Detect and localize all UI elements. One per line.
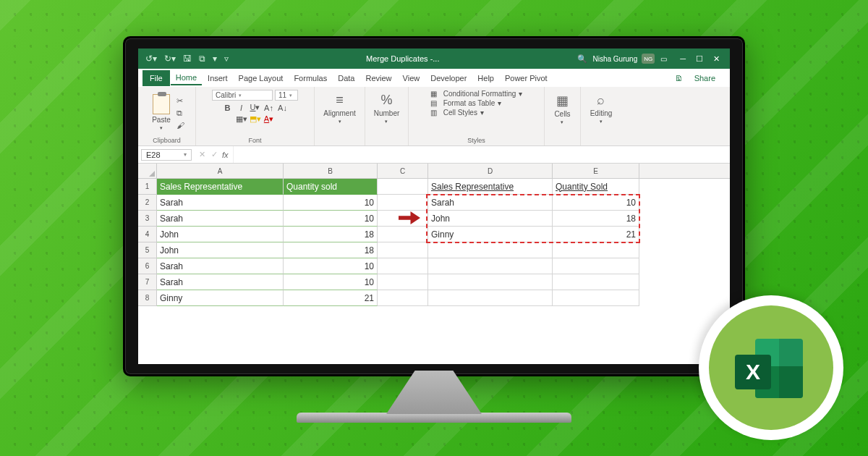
border-button[interactable]: ▦▾ — [236, 114, 247, 124]
share-button[interactable]: 🖻 Share — [665, 72, 726, 85]
cell[interactable]: 10 — [284, 211, 378, 227]
fx-icon[interactable]: fx — [222, 151, 233, 159]
conditional-formatting-button[interactable]: ▦Conditional Formatting ▾ — [430, 90, 523, 98]
row-header[interactable]: 4 — [138, 227, 157, 242]
tab-view[interactable]: View — [398, 72, 425, 85]
cell[interactable]: Quantity sold — [284, 179, 378, 195]
cell[interactable] — [378, 179, 428, 195]
italic-button[interactable]: I — [236, 104, 247, 112]
font-color-button[interactable]: A▾ — [263, 114, 275, 124]
cell[interactable]: John — [157, 227, 284, 242]
tab-file[interactable]: File — [142, 70, 170, 86]
decrease-font-icon[interactable]: A↓ — [277, 104, 289, 112]
row-header[interactable]: 5 — [138, 242, 157, 258]
cell[interactable]: John — [157, 242, 284, 258]
increase-font-icon[interactable]: A↑ — [263, 104, 275, 112]
touch-icon[interactable]: ⧉ — [199, 54, 205, 64]
cell[interactable] — [553, 258, 639, 274]
cell[interactable] — [378, 274, 428, 290]
cell[interactable]: Sarah — [157, 274, 284, 290]
tab-power-pivot[interactable]: Power Pivot — [500, 72, 553, 85]
cell[interactable]: 21 — [553, 227, 639, 242]
search-icon[interactable]: 🔍 — [577, 54, 587, 64]
row-header[interactable]: 8 — [138, 290, 157, 306]
close-button[interactable]: ✕ — [713, 54, 720, 64]
cell[interactable]: 18 — [284, 227, 378, 242]
cell[interactable]: Sarah — [428, 195, 553, 211]
cell[interactable]: Sales Representative — [157, 179, 284, 195]
save-icon[interactable]: 🖫 — [183, 54, 192, 64]
spreadsheet-grid[interactable]: A B C D E 1Sales RepresentativeQuantity … — [138, 164, 730, 364]
cell[interactable] — [553, 274, 639, 290]
tab-help[interactable]: Help — [472, 72, 499, 85]
cell[interactable]: 10 — [284, 258, 378, 274]
cell[interactable]: 21 — [284, 290, 378, 306]
col-header[interactable]: C — [378, 164, 428, 178]
number-button[interactable]: %Number▾ — [371, 90, 403, 127]
format-painter-icon[interactable]: 🖌 — [176, 121, 184, 130]
undo-icon[interactable]: ↺▾ — [145, 54, 157, 64]
tab-formulas[interactable]: Formulas — [289, 72, 332, 85]
cell[interactable]: Sarah — [157, 258, 284, 274]
cut-icon[interactable]: ✂ — [176, 96, 184, 106]
cell[interactable] — [428, 274, 553, 290]
underline-button[interactable]: U▾ — [250, 103, 261, 112]
cell[interactable] — [378, 258, 428, 274]
cell[interactable] — [428, 242, 553, 258]
cancel-fx-icon[interactable]: ✕ — [199, 150, 205, 159]
format-as-table-button[interactable]: ▤Format as Table ▾ — [430, 99, 523, 107]
cell[interactable] — [428, 290, 553, 306]
cell[interactable]: 18 — [553, 211, 639, 227]
cell[interactable] — [553, 242, 639, 258]
minimize-button[interactable]: ─ — [680, 54, 686, 64]
name-box[interactable]: E28 — [141, 149, 192, 161]
cell[interactable] — [378, 290, 428, 306]
font-name-select[interactable]: Calibri — [212, 90, 273, 101]
cell[interactable]: Sales Representative — [428, 179, 553, 195]
row-header[interactable]: 3 — [138, 211, 157, 227]
cell[interactable]: Sarah — [157, 195, 284, 211]
cell[interactable] — [378, 195, 428, 211]
col-header[interactable]: A — [157, 164, 284, 178]
redo-icon[interactable]: ↻▾ — [164, 54, 176, 64]
tab-data[interactable]: Data — [333, 72, 359, 85]
account[interactable]: Nisha Gurung NG — [593, 54, 655, 64]
col-header[interactable]: E — [553, 164, 639, 178]
tab-page-layout[interactable]: Page Layout — [234, 72, 289, 85]
cell[interactable] — [553, 290, 639, 306]
cell[interactable] — [378, 242, 428, 258]
bold-button[interactable]: B — [222, 104, 234, 112]
tab-review[interactable]: Review — [360, 72, 396, 85]
customize-icon[interactable]: ▾ — [213, 54, 217, 64]
cell[interactable] — [428, 258, 553, 274]
row-header[interactable]: 6 — [138, 258, 157, 274]
formula-input[interactable] — [233, 146, 730, 163]
cell[interactable]: 10 — [284, 274, 378, 290]
paste-button[interactable]: Paste▾ — [149, 91, 174, 134]
cell[interactable]: 10 — [553, 195, 639, 211]
copy-icon[interactable]: ⧉ — [176, 109, 184, 118]
alignment-button[interactable]: ≡Alignment▾ — [320, 90, 358, 127]
col-header[interactable]: B — [284, 164, 378, 178]
quick-access[interactable]: ↺▾ ↻▾ 🖫 ⧉ ▾ ▿ — [141, 54, 229, 64]
cell[interactable] — [378, 227, 428, 242]
editing-button[interactable]: ⌕Editing▾ — [587, 90, 616, 127]
cell[interactable]: 10 — [284, 195, 378, 211]
select-all-corner[interactable] — [138, 164, 157, 178]
maximize-button[interactable]: ☐ — [696, 54, 703, 64]
cell-styles-button[interactable]: ▥Cell Styles ▾ — [430, 109, 523, 117]
cell[interactable]: 18 — [284, 242, 378, 258]
qat-more[interactable]: ▿ — [224, 54, 229, 64]
row-header[interactable]: 2 — [138, 195, 157, 211]
cell[interactable]: Ginny — [428, 227, 553, 242]
font-size-select[interactable]: 11 — [275, 90, 298, 101]
tab-developer[interactable]: Developer — [425, 72, 472, 85]
cell[interactable]: Sarah — [157, 211, 284, 227]
cells-button[interactable]: ▦Cells▾ — [551, 90, 573, 128]
cell[interactable]: Ginny — [157, 290, 284, 306]
cell[interactable]: Quantity Sold — [553, 179, 639, 195]
row-header[interactable]: 7 — [138, 274, 157, 290]
ribbon-options-icon[interactable]: ▭ — [660, 55, 667, 63]
tab-home[interactable]: Home — [171, 71, 202, 85]
fill-color-button[interactable]: ⬒▾ — [250, 114, 261, 124]
